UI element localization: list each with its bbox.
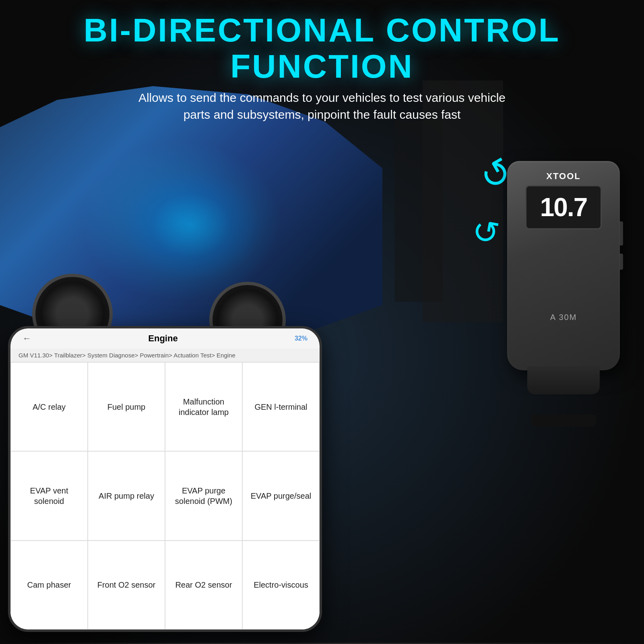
device-side-button-1[interactable]	[620, 221, 623, 246]
grid-cell-cam-phaser[interactable]: Cam phaser	[10, 541, 88, 630]
grid-cell-air-pump[interactable]: AIR pump relay	[88, 451, 165, 540]
grid-cell-gen-terminal[interactable]: GEN l-terminal	[242, 362, 320, 451]
actuation-grid: A/C relay Fuel pump Malfunction indicato…	[10, 362, 320, 630]
device-obd-pins	[531, 415, 596, 427]
header: BI-DIRECTIONAL CONTROL FUNCTION Allows t…	[0, 0, 644, 123]
grid-cell-ac-relay[interactable]: A/C relay	[10, 362, 88, 451]
device-model-label: A 30M	[550, 313, 577, 322]
subtitle: Allows to send the commands to your vehi…	[24, 89, 620, 123]
device-brand-label: XTOOL	[546, 171, 580, 182]
device-connector	[527, 366, 600, 394]
grid-cell-rear-o2[interactable]: Rear O2 sensor	[165, 541, 242, 630]
subtitle-line2: parts and subsystems, pinpoint the fault…	[184, 108, 461, 121]
device-side-button-2[interactable]	[620, 254, 623, 270]
screen-title: Engine	[148, 333, 178, 344]
grid-cell-fuel-pump[interactable]: Fuel pump	[88, 362, 165, 451]
device-body: XTOOL 10.7 A 30M	[507, 161, 620, 370]
device-display-value: 10.7	[540, 194, 587, 220]
grid-cell-evap-seal[interactable]: EVAP purge/seal	[242, 451, 320, 540]
grid-cell-malfunction-lamp[interactable]: Malfunction indicator lamp	[165, 362, 242, 451]
grid-cell-evap-purge[interactable]: EVAP purge solenoid (PWM)	[165, 451, 242, 540]
xtool-device: XTOOL 10.7 A 30M	[507, 161, 620, 370]
phone-frame: ← Engine 32% GM V11.30> Trailblazer> Sys…	[8, 326, 322, 632]
phone-screen: ← Engine 32% GM V11.30> Trailblazer> Sys…	[10, 328, 320, 630]
grid-cell-electro-viscous[interactable]: Electro-viscous	[242, 541, 320, 630]
grid-cell-front-o2[interactable]: Front O2 sensor	[88, 541, 165, 630]
battery-indicator: 32%	[295, 335, 308, 342]
status-bar: ← Engine 32%	[10, 328, 320, 349]
breadcrumb: GM V11.30> Trailblazer> System Diagnose>…	[10, 349, 320, 362]
building-bg-2	[394, 121, 443, 302]
subtitle-line1: Allows to send the commands to your vehi…	[138, 91, 506, 104]
phone-container: ← Engine 32% GM V11.30> Trailblazer> Sys…	[8, 326, 322, 632]
back-button[interactable]: ←	[23, 333, 31, 344]
device-screen: 10.7	[525, 185, 602, 229]
grid-cell-evap-vent[interactable]: EVAP vent solenoid	[10, 451, 88, 540]
main-title: BI-DIRECTIONAL CONTROL FUNCTION	[24, 12, 620, 85]
engine-glow-overlay	[121, 169, 262, 282]
